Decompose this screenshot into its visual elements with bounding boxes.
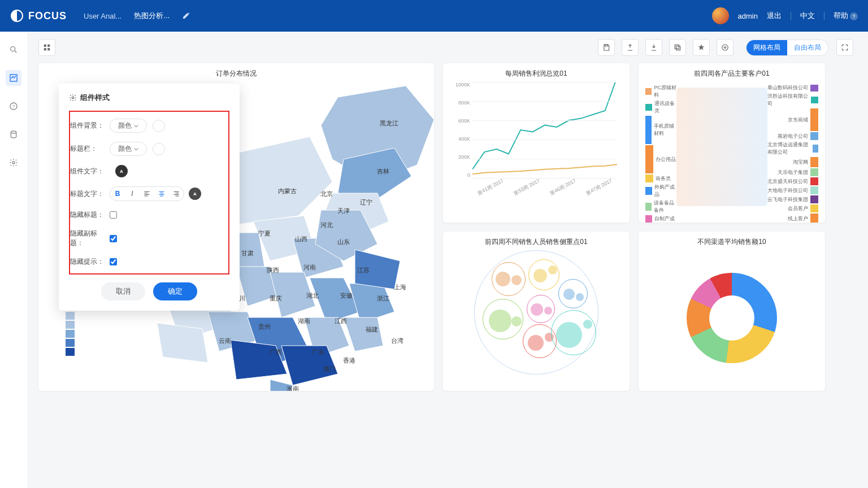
logout-link[interactable]: 退出 (767, 11, 782, 21)
nav-tabs: User Anal... 热图分析... (84, 11, 191, 21)
svg-text:内蒙古: 内蒙古 (278, 188, 297, 194)
divider (791, 12, 791, 20)
svg-point-47 (72, 97, 74, 99)
svg-rect-13 (676, 46, 680, 50)
data-icon[interactable] (6, 127, 21, 142)
chevron-down-icon (134, 147, 138, 151)
bold-button[interactable]: B (110, 187, 125, 201)
hide-tip-label: 隐藏提示： (70, 257, 110, 267)
line-chart: 1000K800K600K400K200K0 第41周 2017第53周 201… (450, 82, 623, 201)
highlighted-settings-group: 组件背景： 颜色 标题栏： 颜色 组件文字： A 标题文字： B (69, 111, 229, 274)
copy-icon[interactable] (669, 39, 686, 56)
hide-subtitle-label: 隐藏副标题： (70, 229, 110, 248)
svg-line-2 (15, 51, 16, 53)
align-left-button[interactable] (140, 187, 154, 201)
hide-tip-checkbox[interactable] (110, 258, 117, 265)
italic-button[interactable]: I (125, 187, 140, 201)
svg-text:陕西: 陕西 (267, 267, 279, 273)
sidebar: ? (0, 32, 27, 488)
export-icon[interactable] (622, 39, 639, 56)
nav-tab-user-analysis[interactable]: User Anal... (84, 12, 121, 20)
svg-text:山西: 山西 (295, 236, 307, 242)
svg-point-1 (11, 47, 15, 51)
sankey-chart: PC原辅材料通讯设备类手机原辅材料办公用品商务类外购产成品设备备品备件自制产成品… (645, 82, 818, 212)
svg-rect-11 (47, 48, 50, 50)
bg-color-swatch[interactable] (153, 120, 165, 132)
save-icon[interactable] (598, 39, 615, 56)
help-icon[interactable]: ? (6, 98, 21, 114)
help-badge-icon: ? (850, 12, 858, 20)
nav-tab-heatmap-analysis[interactable]: 热图分析... (134, 11, 170, 21)
donut-widget[interactable]: 不同渠道平均销售额10 (639, 232, 825, 391)
fullscreen-icon[interactable] (836, 39, 853, 56)
svg-text:浙江: 浙江 (377, 295, 389, 302)
star-icon[interactable] (693, 39, 710, 56)
svg-rect-14 (675, 45, 679, 49)
svg-rect-12 (605, 45, 608, 46)
brand-text: FOCUS (28, 10, 67, 22)
svg-rect-3 (10, 75, 17, 81)
svg-text:台湾: 台湾 (391, 337, 403, 344)
titlebar-color-swatch[interactable] (153, 143, 165, 155)
svg-text:甘肃: 甘肃 (241, 250, 254, 256)
text-color-swatch[interactable]: A (115, 165, 128, 177)
edit-icon[interactable] (182, 11, 191, 21)
topbar-right: admin 退出 中文 帮助? (712, 7, 858, 24)
layout-grid-button[interactable]: 网格布局 (747, 40, 787, 55)
svg-text:安徽: 安徽 (340, 292, 353, 299)
title-text-color-swatch[interactable]: A (189, 188, 201, 200)
language-link[interactable]: 中文 (800, 11, 815, 21)
sankey-flow (676, 88, 767, 206)
title-text-label: 标题文字： (70, 189, 110, 199)
line-chart-widget[interactable]: 每周销售利润总览01 1000K800K600K400K200K0 第41周 2… (443, 63, 630, 223)
dashboard-icon[interactable] (6, 70, 21, 86)
hide-subtitle-checkbox[interactable] (110, 235, 117, 242)
format-group: B I (110, 186, 184, 201)
align-right-button[interactable] (169, 187, 184, 201)
bubble-widget[interactable]: 前四周不同销售人员销售侧重点01 (443, 232, 630, 391)
settings-icon[interactable] (6, 155, 21, 171)
svg-text:北京: 北京 (320, 190, 333, 197)
popover-title: 组件样式 (80, 93, 110, 103)
popover-header: 组件样式 (69, 93, 229, 103)
svg-text:黑龙江: 黑龙江 (380, 120, 398, 127)
grid-view-icon[interactable] (38, 39, 55, 56)
topbar: FOCUS User Anal... 热图分析... admin 退出 中文 帮… (0, 0, 868, 32)
ok-button[interactable]: 确定 (153, 282, 197, 300)
svg-text:A: A (193, 191, 197, 197)
text-color-label: 组件文字： (70, 167, 110, 176)
widget-title: 前四周各产品主要客户01 (645, 69, 818, 79)
toolbar: 网格布局 自由布局 (38, 32, 857, 63)
svg-text:上海: 上海 (394, 284, 406, 290)
svg-text:江苏: 江苏 (357, 267, 370, 273)
svg-text:河南: 河南 (303, 264, 316, 271)
svg-text:河北: 河北 (320, 221, 333, 228)
align-center-button[interactable] (154, 187, 169, 201)
sankey-widget[interactable]: 前四周各产品主要客户01 PC原辅材料通讯设备类手机原辅材料办公用品商务类外购产… (639, 63, 825, 223)
svg-text:贵州: 贵州 (258, 323, 271, 330)
bg-label: 组件背景： (70, 121, 110, 130)
logo-icon (10, 9, 24, 23)
avatar[interactable] (712, 7, 729, 24)
hide-title-checkbox[interactable] (110, 211, 117, 219)
cancel-button[interactable]: 取消 (101, 282, 145, 300)
chevron-down-icon (134, 124, 138, 128)
help-link[interactable]: 帮助? (834, 11, 858, 21)
svg-point-7 (12, 162, 15, 164)
search-icon[interactable] (6, 42, 21, 58)
svg-text:湖北: 湖北 (306, 292, 319, 299)
bg-color-select[interactable]: 颜色 (110, 119, 147, 133)
add-icon[interactable] (717, 39, 734, 56)
layout-free-button[interactable]: 自由布局 (787, 40, 828, 55)
svg-text:?: ? (12, 104, 15, 109)
widget-title: 不同渠道平均销售额10 (645, 237, 818, 247)
svg-text:宁夏: 宁夏 (258, 230, 271, 237)
svg-text:江西: 江西 (335, 317, 347, 324)
popover-actions: 取消 确定 (69, 282, 229, 300)
donut-chart (645, 250, 818, 386)
download-icon[interactable] (645, 39, 662, 56)
svg-rect-9 (47, 45, 50, 47)
svg-text:天津: 天津 (337, 207, 350, 214)
svg-text:重庆: 重庆 (270, 295, 282, 302)
titlebar-color-select[interactable]: 颜色 (110, 142, 147, 156)
